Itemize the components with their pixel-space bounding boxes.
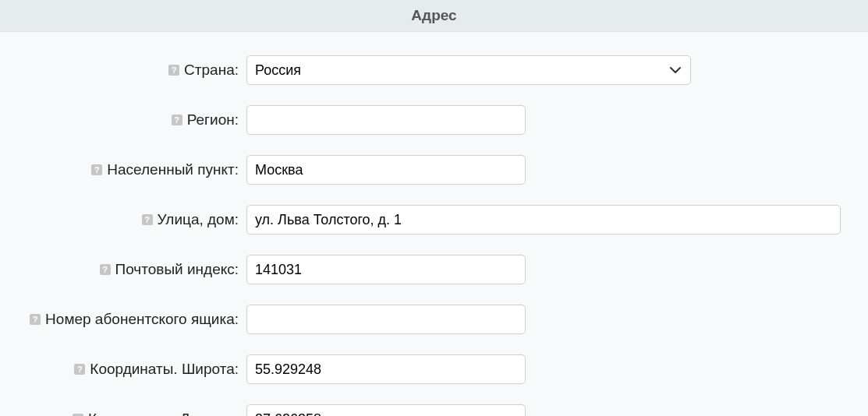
label-text: Регион: [187,111,239,129]
row-locality: ? Населенный пункт: [23,155,845,185]
pobox-input[interactable] [246,305,526,334]
locality-input[interactable] [246,155,526,185]
help-icon[interactable]: ? [142,214,153,225]
row-street: ? Улица, дом: [23,205,845,234]
label-text: Координаты. Широта: [90,361,239,378]
region-input[interactable] [246,105,526,135]
row-country: ? Страна: Россия [23,55,845,85]
help-icon[interactable]: ? [30,314,41,325]
label-lon: ? Координаты. Долгота: [23,411,246,416]
help-icon[interactable]: ? [74,364,85,375]
label-text: Координаты. Долгота: [88,411,239,416]
label-street: ? Улица, дом: [23,211,246,228]
field-street [246,205,845,234]
row-postal: ? Почтовый индекс: [23,255,845,284]
label-pobox: ? Номер абонентского ящика: [23,311,246,328]
row-lon: ? Координаты. Долгота: [23,404,845,416]
field-region [246,105,845,135]
help-icon[interactable]: ? [168,65,179,76]
label-text: Населенный пункт: [107,161,239,178]
postal-input[interactable] [246,255,526,284]
label-text: Почтовый индекс: [115,261,239,278]
section-header: Адрес [0,0,868,32]
country-select[interactable]: Россия [246,55,691,85]
help-icon[interactable]: ? [172,115,182,125]
latitude-input[interactable] [246,354,526,384]
field-lat [246,354,845,384]
field-postal [246,255,845,284]
label-postal: ? Почтовый индекс: [23,261,246,278]
label-text: Страна: [184,62,239,79]
label-text: Улица, дом: [158,211,239,228]
field-country: Россия [246,55,845,85]
field-pobox [246,305,845,334]
section-title: Адрес [411,7,456,23]
row-lat: ? Координаты. Широта: [23,354,845,384]
row-region: ? Регион: [23,105,845,135]
label-region: ? Регион: [23,111,246,129]
help-icon[interactable]: ? [91,164,102,175]
label-lat: ? Координаты. Широта: [23,361,246,378]
label-text: Номер абонентского ящика: [45,311,239,328]
help-icon[interactable]: ? [100,264,111,275]
field-lon [246,404,845,416]
label-country: ? Страна: [23,62,246,79]
label-locality: ? Населенный пункт: [23,161,246,178]
longitude-input[interactable] [246,404,526,416]
street-input[interactable] [246,205,841,234]
field-locality [246,155,845,185]
row-pobox: ? Номер абонентского ящика: [23,305,845,334]
address-form: ? Страна: Россия ? Регион: ? Населенный … [0,32,868,416]
